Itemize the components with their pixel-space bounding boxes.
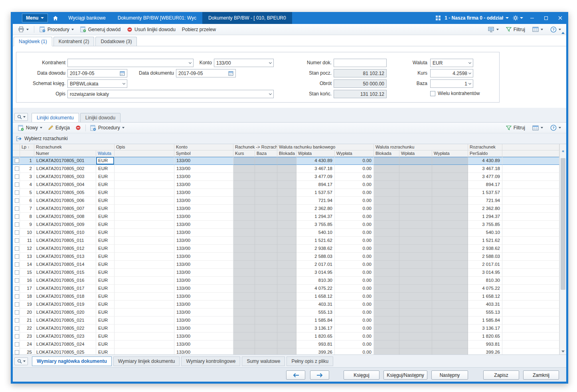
cell-blokada-rozrachunku[interactable] [374, 229, 399, 237]
cell-wyplata-rozrachunku[interactable] [432, 189, 468, 197]
cell-wyplata-bankowa[interactable]: 0.00 [335, 341, 374, 348]
col-group-waluta-rachunku[interactable]: Waluta rachunku bankowego [277, 144, 374, 150]
cell-lp[interactable]: 10 [20, 229, 34, 237]
checkbox-box[interactable] [430, 91, 435, 96]
cell-blokada-rozrachunku[interactable] [374, 181, 399, 189]
cell-symbol[interactable]: 133/00 [174, 333, 233, 341]
cell-wplata-bankowa[interactable]: 3 467.18 [296, 165, 335, 173]
cell-opis[interactable] [115, 213, 174, 221]
cell-lp[interactable]: 17 [20, 285, 34, 293]
cell-blokada-rozrachunku[interactable] [374, 301, 399, 309]
data-dokumentu-field[interactable]: 2017-09-05 [176, 69, 236, 77]
cell-lp[interactable]: 21 [20, 317, 34, 325]
row-checkbox[interactable] [15, 350, 19, 354]
table-row[interactable]: 6LOKATA20170805_006EUR133/00721.940.0072… [13, 197, 559, 205]
cell-kurs[interactable] [233, 181, 255, 189]
cell-wyplata-bankowa[interactable]: 0.00 [335, 293, 374, 301]
cell-baza[interactable] [255, 261, 277, 269]
cell-opis[interactable] [115, 333, 174, 341]
cell-numer[interactable]: LOKATA20170805_005 [34, 189, 96, 197]
cell-kurs[interactable] [233, 341, 255, 348]
row-checkbox[interactable] [15, 246, 19, 251]
cell-kurs[interactable] [233, 165, 255, 173]
col-header-lp[interactable]: Lp [20, 144, 34, 150]
cell-wplata-rozrachunku[interactable] [399, 253, 432, 261]
cell-numer[interactable]: LOKATA20170805_023 [34, 333, 96, 341]
cell-waluta[interactable]: EUR [96, 229, 115, 237]
cell-wplata-rozrachunku[interactable] [399, 205, 432, 213]
cell-waluta[interactable]: EUR [96, 197, 115, 205]
cell-waluta[interactable]: EUR [96, 348, 115, 354]
minimize-button[interactable] [527, 14, 537, 22]
cell-blokada-rozrachunku[interactable] [374, 213, 399, 221]
cell-lp[interactable]: 11 [20, 237, 34, 245]
cell-wyplata-rozrachunku[interactable] [432, 229, 468, 237]
cell-blokada-rozrachunku[interactable] [374, 165, 399, 173]
cell-persaldo[interactable]: 1 585.84 [468, 317, 502, 325]
cell-wplata-rozrachunku[interactable] [399, 333, 432, 341]
cell-numer[interactable]: LOKATA20170805_008 [34, 213, 96, 221]
cell-symbol[interactable]: 133/00 [174, 237, 233, 245]
cell-opis[interactable] [115, 269, 174, 277]
cell-persaldo[interactable]: 555.13 [468, 309, 502, 317]
cell-persaldo[interactable]: 2 017.01 [468, 261, 502, 269]
row-select-cell[interactable] [13, 205, 20, 213]
row-checkbox[interactable] [15, 238, 19, 243]
cell-blokada-rozrachunku[interactable] [374, 261, 399, 269]
row-checkbox[interactable] [15, 342, 19, 346]
cell-blokada-rozrachunku[interactable] [374, 348, 399, 354]
cell-wplata-rozrachunku[interactable] [399, 221, 432, 229]
kontrahent-combo[interactable] [67, 59, 194, 67]
cell-wyplata-bankowa[interactable]: 0.00 [335, 285, 374, 293]
cell-persaldo[interactable]: 3 136.17 [468, 325, 502, 333]
cell-wplata-bankowa[interactable]: 1 521.62 [296, 237, 335, 245]
zamknij-button[interactable]: Zamknij [523, 370, 559, 380]
cell-opis[interactable] [115, 157, 174, 165]
row-select-cell[interactable] [13, 341, 20, 348]
cell-waluta[interactable]: EUR [96, 237, 115, 245]
cell-persaldo[interactable]: 3 755.85 [468, 221, 502, 229]
col-group-konto[interactable]: Konto [174, 144, 233, 150]
cell-kurs[interactable] [233, 221, 255, 229]
cell-wyplata-bankowa[interactable]: 0.00 [335, 165, 374, 173]
cell-kurs[interactable] [233, 285, 255, 293]
table-row[interactable]: 22LOKATA20170805_022EUR133/003 136.170.0… [13, 325, 559, 333]
cell-persaldo[interactable]: 993.81 [468, 341, 502, 348]
cell-baza[interactable] [255, 325, 277, 333]
cell-symbol[interactable]: 133/00 [174, 317, 233, 325]
table-row[interactable]: 9LOKATA20170805_009EUR133/003 755.850.00… [13, 221, 559, 229]
cell-symbol[interactable]: 133/00 [174, 348, 233, 354]
lines-procedury-button[interactable]: Procedury [87, 124, 127, 132]
cell-wplata-bankowa[interactable]: 1 537.57 [296, 189, 335, 197]
cell-blokada-rozrachunku[interactable] [374, 245, 399, 253]
cell-wplata-bankowa[interactable]: 1 820.65 [296, 333, 335, 341]
row-select-cell[interactable] [13, 229, 20, 237]
collapse-columns-button[interactable] [560, 144, 566, 157]
cell-kurs[interactable] [233, 237, 255, 245]
table-row[interactable]: 11LOKATA20170805_011EUR133/001 521.620.0… [13, 237, 559, 245]
vertical-scrollbar[interactable] [559, 144, 566, 354]
kurs-spinner[interactable]: 4.2598 [430, 69, 473, 77]
cell-wyplata-rozrachunku[interactable] [432, 237, 468, 245]
konto-combo[interactable]: 133/00 [214, 59, 274, 67]
cell-wyplata-bankowa[interactable]: 0.00 [335, 261, 374, 269]
cell-wplata-rozrachunku[interactable] [399, 157, 432, 165]
generuj-dowod-button[interactable]: Generuj dowód [77, 25, 123, 34]
cell-baza[interactable] [255, 173, 277, 181]
cell-numer[interactable]: LOKATA20170805_013 [34, 253, 96, 261]
row-checkbox[interactable] [15, 278, 19, 283]
cell-persaldo[interactable]: 4 430.89 [468, 157, 502, 165]
cell-wplata-rozrachunku[interactable] [399, 261, 432, 269]
row-checkbox[interactable] [15, 286, 19, 291]
cell-wplata-bankowa[interactable]: 894.17 [296, 181, 335, 189]
cell-wplata-bankowa[interactable]: 3 477.09 [296, 173, 335, 181]
cell-baza[interactable] [255, 157, 277, 165]
row-checkbox[interactable] [15, 326, 19, 331]
cell-blokada-bankowa[interactable] [277, 173, 296, 181]
row-select-cell[interactable] [13, 261, 20, 269]
col-header-kurs[interactable]: Kurs [233, 150, 255, 157]
waluta-combo[interactable]: EUR [430, 59, 473, 67]
ksieguj-button[interactable]: Księguj [344, 370, 379, 380]
tab-naglowek[interactable]: Nagłówek (1) [14, 37, 52, 46]
cell-lp[interactable]: 12 [20, 245, 34, 253]
